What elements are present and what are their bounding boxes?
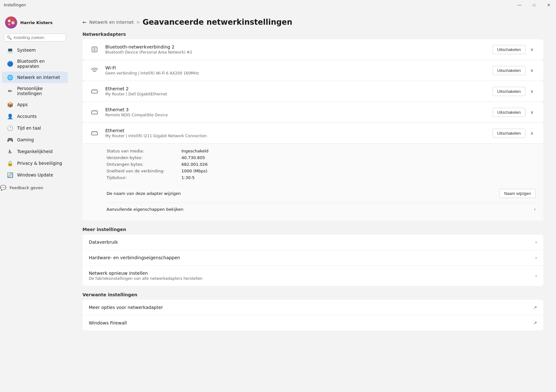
adapter-desc-ethernet2: My Router | Dell GigabitEthernet — [105, 92, 487, 96]
detail-value: 1000 (Mbps) — [181, 169, 536, 173]
search-input[interactable] — [14, 35, 63, 40]
expand-button-wifi[interactable]: ∨ — [527, 65, 537, 75]
sidebar: Harrie Kisters 🔍 💻 Systeem 🔵 Bluetooth e… — [0, 10, 70, 392]
adapter-card-ethernet: Ethernet My Router | Intel(R) I211 Gigab… — [82, 123, 543, 221]
nav-icon-accounts: 👤 — [7, 113, 13, 119]
sidebar-item-update[interactable]: 🔄 Windows Update — [2, 169, 68, 181]
action-props-row[interactable]: Aanvullende eigenschappen bekijken › — [107, 202, 536, 215]
nav-icon-systeem: 💻 — [7, 47, 13, 53]
detail-label: Tijdsduur: — [107, 175, 176, 180]
sidebar-item-tijd[interactable]: 🕐 Tijd en taal — [2, 122, 68, 134]
nav-icon-toegankelijkheid: ♿ — [7, 148, 13, 155]
sidebar-item-apps[interactable]: 📦 Apps — [2, 99, 68, 110]
meer-row-netwerk-reset[interactable]: Netwerk opnieuw instellen De fabrieksins… — [82, 266, 543, 286]
breadcrumb-separator: > — [136, 20, 140, 25]
nav-icon-bluetooth: 🔵 — [7, 61, 13, 67]
nav-label-systeem: Systeem — [17, 48, 36, 53]
external-icon-firewall: ↗ — [533, 320, 537, 325]
detail-value: Ingeschakeld — [181, 149, 536, 153]
nav-icon-persoonlijk: ✏️ — [7, 88, 13, 94]
adapter-icon-ethernet3 — [89, 106, 100, 118]
adapters-section-title: Netwerkadapters — [82, 32, 543, 37]
adapters-list: Bluetooth-netwerkverbinding 2 Bluetooth … — [82, 39, 543, 221]
main-content: ← Netwerk en internet > Geavanceerde net… — [70, 10, 556, 392]
nav-label-gaming: Gaming — [17, 137, 34, 142]
meer-chevron-hardware: › — [535, 255, 537, 260]
expand-button-ethernet2[interactable]: ∨ — [527, 86, 537, 96]
adapter-row-ethernet2: Ethernet 2 My Router | Dell GigabitEther… — [82, 81, 543, 101]
detail-label: Verzonden bytes: — [107, 155, 176, 160]
nav-label-netwerk: Netwerk en internet — [17, 75, 60, 80]
disable-button-ethernet[interactable]: Uitschakelen — [493, 129, 526, 138]
adapter-desc-ethernet3: Remote NDIS Compatible Device — [105, 113, 487, 117]
adapter-card-wifi: Wi-Fi Geen verbinding | Intel(R) Wi-Fi 6… — [82, 60, 543, 80]
sidebar-item-bluetooth[interactable]: 🔵 Bluetooth en apparaten — [2, 56, 68, 71]
search-icon: 🔍 — [7, 35, 12, 40]
nav-menu: 💻 Systeem 🔵 Bluetooth en apparaten 🌐 Net… — [0, 44, 70, 181]
user-profile[interactable]: Harrie Kisters — [0, 13, 70, 32]
disable-button-ethernet2[interactable]: Uitschakelen — [493, 87, 526, 96]
feedback-row[interactable]: 💬 Feedback geven — [0, 181, 70, 195]
verwante-row-firewall[interactable]: Windows Firewall ↗ — [82, 315, 543, 331]
svg-point-2 — [11, 21, 15, 24]
username: Harrie Kisters — [20, 20, 53, 25]
disable-button-wifi[interactable]: Uitschakelen — [493, 66, 526, 75]
svg-point-1 — [8, 20, 10, 22]
adapter-name-ethernet: Ethernet — [105, 128, 487, 133]
back-button[interactable]: ← — [82, 19, 87, 25]
ethernet-expanded: Status van media: IngeschakeldVerzonden … — [82, 143, 543, 221]
meer-row-dataverbruik[interactable]: Dataverbruik › — [82, 235, 543, 250]
sidebar-item-privacy[interactable]: 🔒 Privacy & beveiliging — [2, 157, 68, 169]
sidebar-item-toegankelijkheid[interactable]: ♿ Toegankelijkheid — [2, 146, 68, 157]
detail-value: 40.730.805 — [181, 155, 536, 160]
nav-icon-update: 🔄 — [7, 172, 13, 178]
sidebar-item-accounts[interactable]: 👤 Accounts — [2, 111, 68, 122]
adapter-desc-bluetooth-network: Bluetooth Device (Personal Area Network)… — [105, 50, 487, 55]
meer-row-hardware[interactable]: Hardware- en verbindingseigenschappen › — [82, 250, 543, 266]
close-button[interactable]: ✕ — [541, 0, 556, 10]
sidebar-item-systeem[interactable]: 💻 Systeem — [2, 44, 68, 56]
nav-icon-privacy: 🔒 — [7, 160, 13, 166]
action-rename-row: De naam van deze adapter wijzigen Naam w… — [107, 185, 536, 202]
rename-button[interactable]: Naam wijzigen — [499, 189, 536, 198]
verwante-instellingen-list: Meer opties voor netwerkadapter ↗ Window… — [82, 300, 543, 331]
adapter-desc-ethernet: My Router | Intel(R) I211 Gigabit Networ… — [105, 134, 487, 138]
maximize-button[interactable]: □ — [527, 0, 541, 10]
nav-label-accounts: Accounts — [17, 114, 37, 119]
app-container: Harrie Kisters 🔍 💻 Systeem 🔵 Bluetooth e… — [0, 10, 556, 392]
adapter-icon-bluetooth-network — [89, 44, 100, 55]
disable-button-ethernet3[interactable]: Uitschakelen — [493, 108, 526, 117]
avatar — [5, 16, 17, 29]
verwante-instellingen-title: Verwante instellingen — [82, 292, 543, 297]
breadcrumb-parent[interactable]: Netwerk en internet — [89, 20, 134, 25]
verwante-row-meer-opties[interactable]: Meer opties voor netwerkadapter ↗ — [82, 300, 543, 315]
expand-button-bluetooth-network[interactable]: ∨ — [527, 44, 537, 55]
meer-title-hardware: Hardware- en verbindingseigenschappen — [89, 255, 180, 260]
verwante-title-meer-opties: Meer opties voor netwerkadapter — [89, 305, 163, 310]
adapter-card-ethernet2: Ethernet 2 My Router | Dell GigabitEther… — [82, 81, 543, 101]
sidebar-item-gaming[interactable]: 🎮 Gaming — [2, 134, 68, 145]
detail-value: 682.001.026 — [181, 162, 536, 167]
adapter-row-wifi: Wi-Fi Geen verbinding | Intel(R) Wi-Fi 6… — [82, 60, 543, 80]
adapter-desc-wifi: Geen verbinding | Intel(R) Wi-Fi 6 AX200… — [105, 71, 487, 75]
svg-rect-5 — [92, 90, 97, 93]
page-title: Geavanceerde netwerkinstellingen — [142, 18, 292, 27]
nav-label-update: Windows Update — [17, 172, 53, 177]
adapter-row-ethernet3: Ethernet 3 Remote NDIS Compatible Device… — [82, 102, 543, 122]
sidebar-item-netwerk[interactable]: 🌐 Netwerk en internet — [2, 72, 68, 83]
adapter-name-bluetooth-network: Bluetooth-netwerkverbinding 2 — [105, 44, 487, 49]
svg-point-0 — [5, 16, 17, 29]
detail-label: Status van media: — [107, 149, 176, 153]
disable-button-bluetooth-network[interactable]: Uitschakelen — [493, 45, 526, 54]
adapter-name-ethernet2: Ethernet 2 — [105, 86, 487, 91]
feedback-label: Feedback geven — [10, 185, 43, 190]
search-box[interactable]: 🔍 — [4, 34, 66, 42]
expand-button-ethernet3[interactable]: ∨ — [527, 107, 537, 117]
sidebar-item-persoonlijk[interactable]: ✏️ Persoonlijke instellingen — [2, 83, 68, 99]
detail-label: Snelheid van de verbinding: — [107, 169, 176, 173]
feedback-icon: 💬 — [0, 185, 6, 191]
nav-icon-gaming: 🎮 — [7, 137, 13, 143]
adapter-card-ethernet3: Ethernet 3 Remote NDIS Compatible Device… — [82, 102, 543, 122]
minimize-button[interactable]: — — [512, 0, 527, 10]
expand-button-ethernet[interactable]: ∧ — [527, 128, 537, 138]
